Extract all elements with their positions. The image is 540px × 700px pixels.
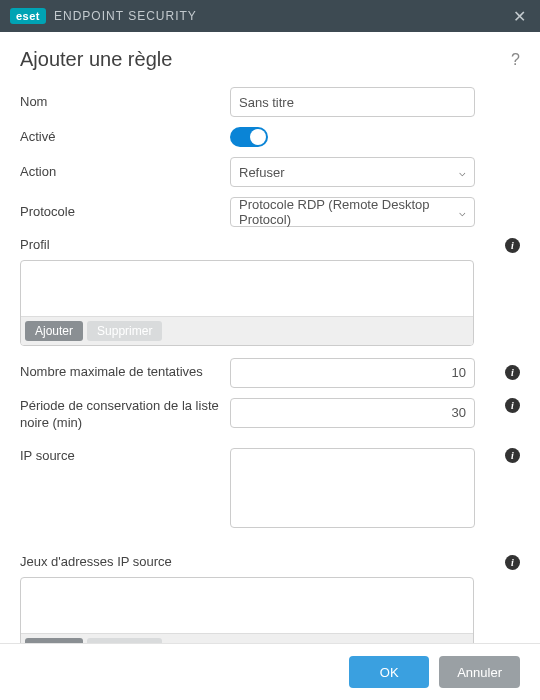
cancel-button[interactable]: Annuler: [439, 656, 520, 688]
max-attempts-label: Nombre maximale de tentatives: [20, 364, 230, 381]
source-ip-sets-footer: Ajouter Supprimer: [21, 633, 473, 643]
profile-listbox: Ajouter Supprimer: [20, 260, 474, 346]
name-input[interactable]: [230, 87, 475, 117]
ok-button[interactable]: OK: [349, 656, 429, 688]
info-icon[interactable]: i: [505, 398, 520, 413]
source-ip-label: IP source: [20, 448, 230, 465]
info-icon[interactable]: i: [505, 238, 520, 253]
profile-list-footer: Ajouter Supprimer: [21, 316, 473, 345]
max-attempts-input[interactable]: [230, 358, 475, 388]
action-select-value: Refuser: [239, 165, 285, 180]
brand-badge: eset: [10, 8, 46, 24]
source-ip-textarea[interactable]: [230, 448, 475, 528]
profile-label: Profil: [20, 237, 496, 254]
profile-list-body[interactable]: [21, 261, 473, 316]
enabled-toggle[interactable]: [230, 127, 268, 147]
profile-add-button[interactable]: Ajouter: [25, 321, 83, 341]
blacklist-period-label: Période de conservation de la liste noir…: [20, 398, 230, 432]
action-select[interactable]: Refuser ⌵: [230, 157, 475, 187]
source-ip-sets-listbox: Ajouter Supprimer: [20, 577, 474, 643]
chevron-down-icon: ⌵: [459, 166, 466, 179]
chevron-down-icon: ⌵: [459, 206, 466, 219]
protocol-label: Protocole: [20, 204, 230, 221]
protocol-select-value: Protocole RDP (Remote Desktop Protocol): [239, 197, 459, 227]
dialog-content: Ajouter une règle ? Nom Activé Action Re…: [0, 32, 540, 643]
protocol-select[interactable]: Protocole RDP (Remote Desktop Protocol) …: [230, 197, 475, 227]
info-icon[interactable]: i: [505, 365, 520, 380]
name-label: Nom: [20, 94, 230, 111]
blacklist-period-input[interactable]: [230, 398, 475, 428]
titlebar: eset ENDPOINT SECURITY ✕: [0, 0, 540, 32]
profile-delete-button: Supprimer: [87, 321, 162, 341]
close-icon[interactable]: ✕: [509, 7, 530, 26]
source-ip-sets-label: Jeux d'adresses IP source: [20, 554, 496, 571]
page-title: Ajouter une règle: [20, 48, 511, 71]
info-icon[interactable]: i: [505, 555, 520, 570]
dialog-footer: OK Annuler: [0, 643, 540, 700]
enabled-label: Activé: [20, 129, 230, 146]
toggle-knob: [250, 129, 266, 145]
action-label: Action: [20, 164, 230, 181]
source-ip-sets-body[interactable]: [21, 578, 473, 633]
help-icon[interactable]: ?: [511, 51, 520, 69]
info-icon[interactable]: i: [505, 448, 520, 463]
product-name: ENDPOINT SECURITY: [54, 9, 509, 23]
